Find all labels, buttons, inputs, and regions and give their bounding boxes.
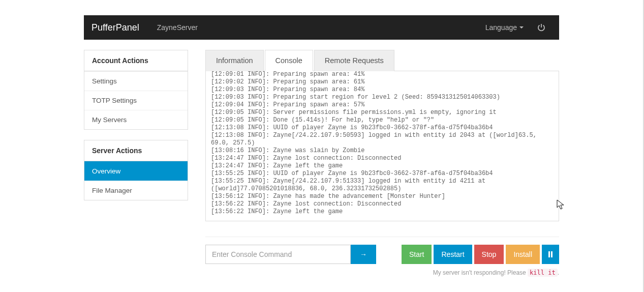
stop-button[interactable]: Stop — [474, 245, 504, 264]
install-button[interactable]: Install — [506, 245, 540, 264]
language-dropdown[interactable]: Language — [478, 23, 531, 32]
account-actions-panel: Account Actions Settings TOTP Settings M… — [84, 50, 188, 130]
sidebar-item-my-servers[interactable]: My Servers — [84, 110, 188, 129]
svg-rect-1 — [551, 251, 553, 257]
nav-tabs: Information Console Remote Requests — [205, 50, 559, 71]
server-actions-heading: Server Actions — [84, 140, 188, 161]
restart-button[interactable]: Restart — [434, 245, 472, 264]
kill-server-text: My server isn't responding! Please kill … — [402, 269, 559, 276]
power-icon[interactable] — [531, 23, 551, 32]
send-command-button[interactable]: → — [351, 245, 376, 264]
server-name-link[interactable]: ZayneServer — [149, 23, 205, 32]
server-control-buttons: Start Restart Stop Install — [402, 245, 559, 264]
svg-rect-0 — [548, 251, 550, 257]
start-button[interactable]: Start — [402, 245, 432, 264]
kill-it-link[interactable]: kill it — [528, 269, 558, 277]
caret-down-icon — [519, 26, 524, 28]
tab-information[interactable]: Information — [205, 50, 264, 71]
pause-icon — [548, 251, 553, 257]
brand-logo[interactable]: PufferPanel — [91, 22, 149, 33]
account-actions-heading: Account Actions — [84, 50, 188, 71]
main-content: Information Console Remote Requests [12:… — [205, 50, 559, 276]
navbar: PufferPanel ZayneServer Language — [84, 15, 559, 40]
console-output[interactable]: [12:09:01 INFO]: Preparing spawn area: 4… — [205, 71, 559, 221]
console-input-group: → — [205, 245, 376, 264]
pause-button[interactable] — [542, 245, 559, 264]
sidebar-item-file-manager[interactable]: File Manager — [84, 181, 188, 200]
sidebar-item-overview[interactable]: Overview — [84, 161, 188, 181]
sidebar-item-totp[interactable]: TOTP Settings — [84, 91, 188, 110]
language-label: Language — [485, 23, 517, 32]
tab-remote-requests[interactable]: Remote Requests — [314, 50, 394, 71]
tab-console[interactable]: Console — [265, 50, 313, 71]
sidebar-item-settings[interactable]: Settings — [84, 71, 188, 91]
server-actions-panel: Server Actions Overview File Manager — [84, 140, 188, 200]
sidebar: Account Actions Settings TOTP Settings M… — [84, 50, 188, 276]
console-command-input[interactable] — [205, 245, 351, 264]
